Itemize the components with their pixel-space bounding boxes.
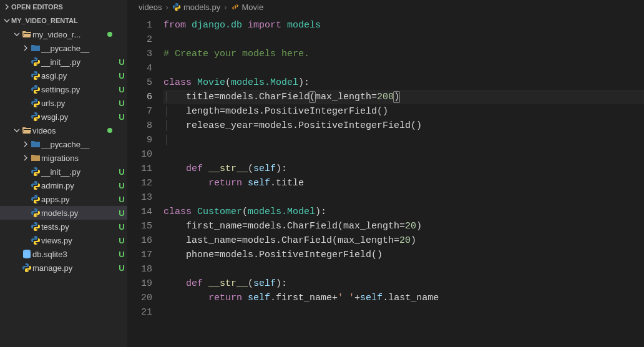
chevron-right-icon	[21, 155, 30, 161]
line-number: 1	[127, 18, 152, 32]
tree-item-label: __pycache__	[41, 44, 116, 53]
editor-area: videos › models.py › Movie 1234567891011…	[127, 0, 644, 347]
folder-videos[interactable]: videos	[0, 124, 127, 137]
chevron-right-icon	[2, 4, 11, 10]
code-area[interactable]: from django.db import models# Create you…	[163, 14, 644, 347]
file-views-py[interactable]: views.pyU	[0, 233, 127, 247]
sidebar: OPEN EDITORS MY_VIDEO_RENTAL my_video_r.…	[0, 0, 127, 347]
git-status-badge: U	[116, 99, 127, 108]
code-line[interactable]: return self.first_name+' '+self.last_nam…	[163, 291, 644, 305]
tree-item-label: my_video_r...	[32, 30, 107, 39]
git-status-badge: U	[116, 112, 127, 122]
code-line[interactable]: return self.title	[163, 176, 644, 190]
python-icon	[30, 235, 41, 245]
folder-migrations[interactable]: migrations	[0, 151, 127, 165]
code-line[interactable]: │ length=models.PositiveIntegerField()	[163, 104, 644, 119]
tree-item-label: views.py	[41, 236, 116, 245]
folder-pycache-2[interactable]: __pycache__	[0, 137, 127, 151]
breadcrumb[interactable]: videos › models.py › Movie	[127, 0, 644, 14]
tree-item-label: migrations	[41, 154, 116, 163]
file-init-py[interactable]: __init__.pyU	[0, 55, 127, 69]
python-icon	[30, 167, 41, 177]
folder-pycache[interactable]: __pycache__	[0, 41, 127, 55]
folder-icon	[30, 43, 41, 53]
file-wsgi-py[interactable]: wsgi.pyU	[0, 110, 127, 124]
python-icon	[30, 57, 41, 67]
line-number: 10	[127, 147, 152, 162]
database-icon	[21, 249, 32, 259]
line-number: 21	[127, 305, 152, 320]
python-icon	[30, 180, 41, 190]
code-line[interactable]: │ title=models.CharField(max_length=200)	[163, 90, 644, 104]
breadcrumb-seg[interactable]: videos	[139, 2, 162, 12]
code-line[interactable]	[163, 32, 644, 47]
line-number: 5	[127, 76, 152, 90]
file-settings-py[interactable]: settings.pyU	[0, 82, 127, 96]
chevron-right-icon	[21, 45, 30, 51]
line-number: 16	[127, 233, 152, 248]
code-line[interactable]: class Movie(models.Model):	[163, 76, 644, 90]
line-number: 15	[127, 219, 152, 233]
open-editors-header[interactable]: OPEN EDITORS	[0, 0, 127, 14]
svg-point-0	[23, 250, 31, 252]
file-init-py-2[interactable]: __init__.pyU	[0, 165, 127, 178]
workspace-label: MY_VIDEO_RENTAL	[11, 17, 78, 24]
tree-item-label: wsgi.py	[41, 112, 116, 122]
code-line[interactable]: │	[163, 133, 644, 147]
breadcrumb-seg[interactable]: Movie	[242, 2, 264, 12]
file-asgi-py[interactable]: asgi.pyU	[0, 69, 127, 82]
python-icon	[30, 71, 41, 81]
tree-item-label: asgi.py	[41, 71, 116, 81]
code-line[interactable]: phone=models.PositiveIntegerField()	[163, 248, 644, 262]
tree-item-label: apps.py	[41, 195, 116, 204]
git-status-badge: U	[116, 222, 127, 232]
file-urls-py[interactable]: urls.pyU	[0, 96, 127, 110]
line-number: 6	[127, 90, 152, 104]
tree-item-label: admin.py	[41, 181, 116, 190]
code-line[interactable]: class Customer(models.Model):	[163, 205, 644, 219]
code-line[interactable]: # Create your models here.	[163, 47, 644, 61]
tree-item-label: __init__.py	[41, 57, 116, 67]
code-line[interactable]	[163, 305, 644, 320]
code-line[interactable]	[163, 61, 644, 76]
line-number: 2	[127, 32, 152, 47]
code-line[interactable]: def __str__(self):	[163, 162, 644, 176]
tree-item-label: manage.py	[32, 263, 116, 273]
code-line[interactable]: first_name=models.CharField(max_length=2…	[163, 219, 644, 233]
line-number: 4	[127, 61, 152, 76]
code-line[interactable]	[163, 262, 644, 276]
code-line[interactable]: from django.db import models	[163, 18, 644, 32]
editor-body[interactable]: 123456789101112131415161718192021 from d…	[127, 14, 644, 347]
python-icon	[30, 98, 41, 108]
git-status-badge: U	[116, 167, 127, 177]
line-number: 20	[127, 291, 152, 305]
file-manage-py[interactable]: manage.pyU	[0, 261, 127, 275]
breadcrumb-seg[interactable]: models.py	[183, 2, 220, 12]
git-status-badge: U	[116, 236, 127, 245]
file-admin-py[interactable]: admin.pyU	[0, 178, 127, 192]
file-db-sqlite3[interactable]: db.sqlite3U	[0, 247, 127, 261]
workspace-header[interactable]: MY_VIDEO_RENTAL	[0, 14, 127, 27]
code-line[interactable]: last_name=models.CharField(max_length=20…	[163, 233, 644, 248]
line-number: 17	[127, 248, 152, 262]
tree-item-label: models.py	[41, 208, 116, 218]
open-editors-label: OPEN EDITORS	[11, 3, 63, 11]
tree-item-label: videos	[32, 126, 107, 135]
file-tests-py[interactable]: tests.pyU	[0, 220, 127, 233]
code-line[interactable]: │ release_year=models.PositiveIntegerFie…	[163, 119, 644, 133]
line-number: 9	[127, 133, 152, 147]
file-models-py[interactable]: models.pyU	[0, 206, 127, 220]
modified-dot-icon	[107, 128, 112, 133]
line-number: 11	[127, 162, 152, 176]
tree-item-label: settings.py	[41, 85, 116, 94]
code-line[interactable]	[163, 190, 644, 205]
file-apps-py[interactable]: apps.pyU	[0, 192, 127, 206]
git-status-badge: U	[116, 250, 127, 259]
chevron-right-icon: ›	[224, 2, 227, 12]
line-number: 13	[127, 190, 152, 205]
code-line[interactable]	[163, 147, 644, 162]
folder-my-video-rental[interactable]: my_video_r...	[0, 27, 127, 41]
git-status-badge: U	[116, 57, 127, 67]
folder-open-icon	[21, 125, 32, 135]
code-line[interactable]: def __str__(self):	[163, 276, 644, 291]
